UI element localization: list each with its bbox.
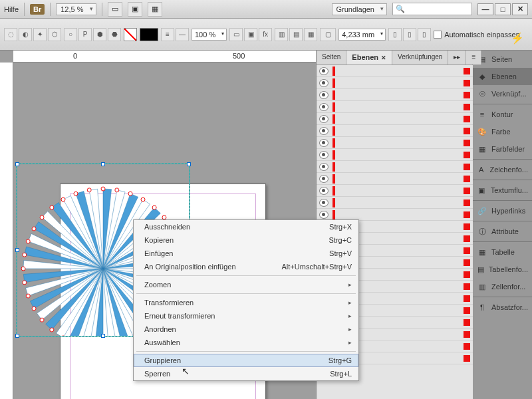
visibility-icon[interactable] bbox=[319, 163, 329, 171]
selection-square[interactable] bbox=[464, 295, 470, 302]
zoom-dropdown[interactable]: 12,5 % bbox=[56, 3, 96, 15]
menu-item[interactable]: Erneut transformieren bbox=[134, 309, 358, 323]
dock-item[interactable]: ▥Zellenfor... bbox=[473, 278, 532, 295]
tool-icon[interactable]: ◐ bbox=[19, 28, 32, 41]
visibility-icon[interactable] bbox=[319, 151, 329, 159]
selection-square[interactable] bbox=[464, 331, 470, 338]
autofit-checkbox[interactable]: Automatisch einpassen bbox=[434, 31, 520, 39]
bridge-badge[interactable]: Br bbox=[30, 4, 45, 15]
fit-icon[interactable]: ▦ bbox=[304, 28, 317, 41]
dock-item[interactable]: ¶Absatzfor... bbox=[473, 299, 532, 316]
dock-item[interactable]: ▤Tabellenfo... bbox=[473, 261, 532, 278]
selection-square[interactable] bbox=[464, 176, 470, 182]
align-icon[interactable]: ▯ bbox=[388, 28, 402, 41]
help-menu[interactable]: Hilfe bbox=[4, 5, 19, 13]
dock-item[interactable]: ⓘAttribute bbox=[473, 223, 532, 240]
dock-item[interactable]: ⦾Verknüpf... bbox=[473, 85, 532, 102]
selection-square[interactable] bbox=[464, 80, 470, 86]
layer-row[interactable] bbox=[317, 137, 473, 149]
menu-item[interactable]: Transformieren bbox=[134, 296, 358, 309]
selection-square[interactable] bbox=[464, 128, 470, 134]
close-button[interactable]: ✕ bbox=[512, 3, 528, 15]
visibility-icon[interactable] bbox=[319, 67, 329, 75]
tool-icon[interactable]: — bbox=[176, 28, 189, 41]
menu-item[interactable]: Anordnen bbox=[134, 323, 358, 336]
view-icon-3[interactable]: ▦ bbox=[148, 2, 162, 17]
selection-square[interactable] bbox=[464, 200, 470, 206]
layer-row[interactable] bbox=[317, 125, 473, 137]
layer-row[interactable] bbox=[317, 89, 473, 101]
selection-square[interactable] bbox=[464, 152, 470, 158]
opacity-input[interactable]: 100 % bbox=[192, 29, 227, 41]
selection-square[interactable] bbox=[464, 223, 470, 230]
tool-icon[interactable]: ○ bbox=[64, 28, 77, 41]
selection-square[interactable] bbox=[464, 319, 470, 326]
tool-icon[interactable]: ▭ bbox=[229, 28, 243, 41]
selection-square[interactable] bbox=[464, 355, 470, 362]
tool-icon[interactable]: ⬣ bbox=[108, 28, 121, 41]
search-input[interactable]: 🔍 bbox=[392, 3, 472, 15]
visibility-icon[interactable] bbox=[319, 175, 329, 183]
visibility-icon[interactable] bbox=[319, 103, 329, 111]
selection-square[interactable] bbox=[464, 235, 470, 242]
align-icon[interactable]: ▯ bbox=[403, 28, 416, 41]
tool-icon[interactable]: ≡ bbox=[161, 28, 174, 41]
minimize-button[interactable]: — bbox=[477, 3, 493, 15]
panel-collapse[interactable]: ▸▸ bbox=[448, 51, 466, 65]
selection-square[interactable] bbox=[464, 247, 470, 254]
selection-square[interactable] bbox=[464, 116, 470, 122]
layer-row[interactable] bbox=[317, 77, 473, 89]
dock-item[interactable]: 🔗Hyperlinks bbox=[473, 202, 532, 219]
view-icon-1[interactable]: ▭ bbox=[108, 2, 122, 17]
layer-row[interactable] bbox=[317, 101, 473, 113]
menu-item[interactable]: AusschneidenStrg+X bbox=[134, 220, 358, 233]
layer-row[interactable] bbox=[317, 65, 473, 77]
menu-item[interactable]: Auswählen bbox=[134, 336, 358, 349]
fit-icon[interactable]: ▤ bbox=[289, 28, 303, 41]
visibility-icon[interactable] bbox=[319, 199, 329, 207]
visibility-icon[interactable] bbox=[319, 187, 329, 195]
dock-item[interactable]: ▣Textumflu... bbox=[473, 182, 532, 199]
selection-square[interactable] bbox=[464, 68, 470, 74]
selection-square[interactable] bbox=[464, 104, 470, 110]
visibility-icon[interactable] bbox=[319, 139, 329, 147]
menu-item[interactable]: An Originalposition einfügenAlt+Umschalt… bbox=[134, 260, 358, 273]
menu-item[interactable]: EinfügenStrg+V bbox=[134, 247, 358, 260]
dock-item[interactable]: 🎨Farbe bbox=[473, 123, 532, 140]
fit-icon[interactable]: ▥ bbox=[275, 28, 288, 41]
menu-item[interactable]: Zoomen bbox=[134, 278, 358, 291]
dock-item[interactable]: ◆Ebenen bbox=[473, 68, 532, 85]
frame-icon[interactable]: ▢ bbox=[320, 28, 336, 41]
fx-icon[interactable]: fx bbox=[259, 28, 272, 41]
bolt-icon[interactable]: ⚡ bbox=[511, 32, 524, 45]
tab-seiten[interactable]: Seiten bbox=[317, 51, 346, 65]
dimension-input[interactable]: 4,233 mm bbox=[338, 29, 386, 41]
dock-item[interactable]: ≡Kontur bbox=[473, 106, 532, 123]
selection-square[interactable] bbox=[464, 211, 470, 218]
layer-row[interactable] bbox=[317, 173, 473, 185]
visibility-icon[interactable] bbox=[319, 79, 329, 87]
selection-square[interactable] bbox=[464, 271, 470, 278]
visibility-icon[interactable] bbox=[319, 115, 329, 123]
tab-verknuepfungen[interactable]: Verknüpfungen bbox=[392, 51, 448, 65]
tool-icon[interactable]: ✦ bbox=[33, 28, 47, 41]
selection-square[interactable] bbox=[464, 259, 470, 266]
tab-ebenen[interactable]: Ebenen✕ bbox=[346, 51, 392, 65]
visibility-icon[interactable] bbox=[319, 91, 329, 99]
layer-row[interactable] bbox=[317, 113, 473, 125]
visibility-icon[interactable] bbox=[319, 211, 329, 219]
tool-icon[interactable]: ⬢ bbox=[93, 28, 106, 41]
layer-row[interactable] bbox=[317, 197, 473, 209]
menu-item[interactable]: GruppierenStrg+G bbox=[134, 354, 358, 367]
fill-swatch[interactable] bbox=[124, 28, 137, 41]
stroke-swatch[interactable] bbox=[140, 28, 158, 41]
selection-square[interactable] bbox=[464, 188, 470, 194]
tool-icon[interactable]: P bbox=[78, 28, 92, 41]
tool-icon[interactable]: ◌ bbox=[4, 28, 17, 41]
layer-row[interactable] bbox=[317, 185, 473, 197]
view-icon-2[interactable]: ▣ bbox=[128, 2, 142, 17]
dock-item[interactable]: ▤Seiten bbox=[473, 51, 532, 68]
menu-item[interactable]: KopierenStrg+C bbox=[134, 233, 358, 247]
dock-item[interactable]: ▦Tabelle bbox=[473, 243, 532, 261]
selection-square[interactable] bbox=[464, 307, 470, 314]
